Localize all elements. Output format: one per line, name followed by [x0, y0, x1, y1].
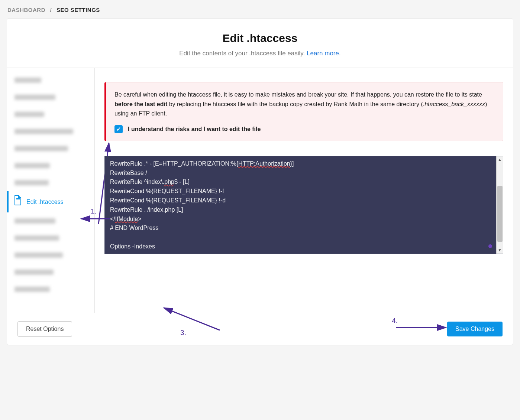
- sidebar-item-blurred[interactable]: [7, 123, 94, 140]
- consent-label: I understand the risks and I want to edi…: [128, 126, 261, 133]
- sidebar-item-blurred[interactable]: [7, 89, 94, 106]
- sidebar-item-blurred[interactable]: [7, 281, 94, 298]
- warning-text: Be careful when editing the htaccess fil…: [114, 90, 495, 118]
- card-body: Edit .htaccess Be careful when editing t…: [7, 68, 513, 313]
- save-button[interactable]: Save Changes: [447, 322, 503, 336]
- consent-row: ✓ I understand the risks and I want to e…: [114, 125, 495, 133]
- annotation-label-4: 4.: [392, 317, 398, 325]
- settings-card: Edit .htaccess Edit the contents of your…: [7, 18, 513, 345]
- file-icon: [14, 197, 21, 206]
- page-title: Edit .htaccess: [14, 32, 506, 45]
- sidebar-item-blurred[interactable]: [7, 247, 94, 264]
- sidebar-item-blurred[interactable]: [7, 140, 94, 157]
- card-header: Edit .htaccess Edit the contents of your…: [7, 19, 513, 68]
- sidebar: Edit .htaccess: [7, 68, 95, 313]
- sidebar-item-blurred[interactable]: [7, 229, 94, 247]
- breadcrumb-root[interactable]: DASHBOARD: [7, 7, 45, 13]
- consent-checkbox[interactable]: ✓: [114, 125, 123, 133]
- footer: Reset Options 4. Save Changes: [7, 313, 513, 345]
- breadcrumb: DASHBOARD / SEO SETTINGS: [0, 0, 520, 18]
- sidebar-item-label: Edit .htaccess: [26, 199, 64, 205]
- sidebar-item-blurred[interactable]: [7, 174, 94, 191]
- sidebar-item-blurred[interactable]: [7, 157, 94, 174]
- sidebar-item-blurred[interactable]: [7, 212, 94, 229]
- warning-box: Be careful when editing the htaccess fil…: [104, 82, 503, 141]
- scroll-up-icon[interactable]: ▲: [497, 156, 503, 163]
- sidebar-item-blurred[interactable]: [7, 106, 94, 123]
- scroll-thumb[interactable]: [497, 186, 503, 242]
- sidebar-item-blurred[interactable]: [7, 72, 94, 89]
- breadcrumb-current: SEO SETTINGS: [56, 7, 100, 13]
- reset-button[interactable]: Reset Options: [17, 321, 72, 337]
- editor-wrap: RewriteRule .* - [E=HTTP_AUTHORIZATION:%…: [104, 156, 503, 254]
- annotation-dot: [488, 244, 492, 248]
- breadcrumb-sep: /: [50, 7, 52, 13]
- page-subtitle: Edit the contents of your .htaccess file…: [14, 50, 506, 57]
- scrollbar[interactable]: ▲ ▼: [496, 156, 503, 254]
- scroll-down-icon[interactable]: ▼: [497, 247, 503, 254]
- annotation-arrow-4: [394, 322, 450, 333]
- content-area: Be careful when editing the htaccess fil…: [95, 68, 513, 313]
- htaccess-editor[interactable]: RewriteRule .* - [E=HTTP_AUTHORIZATION:%…: [104, 156, 503, 254]
- sidebar-item-edit-htaccess[interactable]: Edit .htaccess: [7, 191, 94, 212]
- sidebar-item-blurred[interactable]: [7, 264, 94, 281]
- learn-more-link[interactable]: Learn more: [307, 50, 339, 57]
